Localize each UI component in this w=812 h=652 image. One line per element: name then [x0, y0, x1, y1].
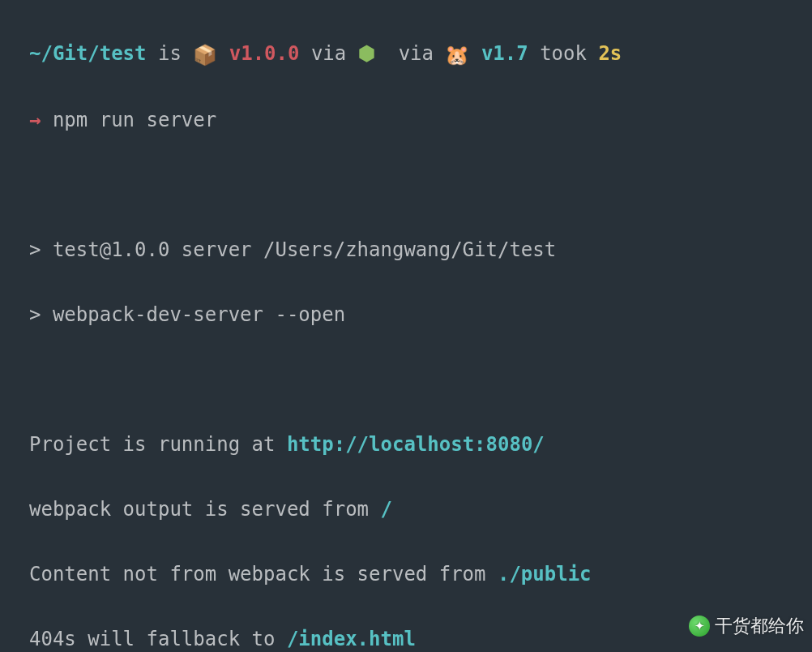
prompt-version: v1.0.0: [229, 42, 300, 65]
package-icon: 📦: [193, 39, 217, 71]
go-version: v1.7: [481, 42, 528, 65]
hamster-icon: 🐹: [445, 39, 469, 71]
npm-echo-1: > test@1.0.0 server /Users/zhangwang/Git…: [29, 234, 812, 266]
typed-command: npm run server: [53, 109, 216, 131]
watermark-text: 干货都给你: [715, 610, 804, 642]
watermark: ✦ 干货都给你: [689, 610, 804, 642]
server-url: http://localhost:8080/: [287, 433, 545, 456]
running-line: Project is running at http://localhost:8…: [29, 428, 812, 461]
wechat-icon: ✦: [689, 616, 710, 637]
served-from-line: webpack output is served from /: [29, 493, 812, 525]
prompt-took: 2s: [598, 42, 622, 65]
command-line[interactable]: → npm run server: [29, 104, 812, 136]
terminal-output: ~/Git/test is 📦 v1.0.0 via ⬢ via 🐹 v1.7 …: [0, 0, 812, 652]
npm-echo-2: > webpack-dev-server --open: [29, 298, 812, 331]
prompt-line: ~/Git/test is 📦 v1.0.0 via ⬢ via 🐹 v1.7 …: [29, 37, 812, 71]
prompt-arrow-icon: →: [29, 109, 41, 131]
content-from-line: Content not from webpack is served from …: [29, 558, 812, 590]
prompt-path: ~/Git/test: [29, 42, 147, 65]
